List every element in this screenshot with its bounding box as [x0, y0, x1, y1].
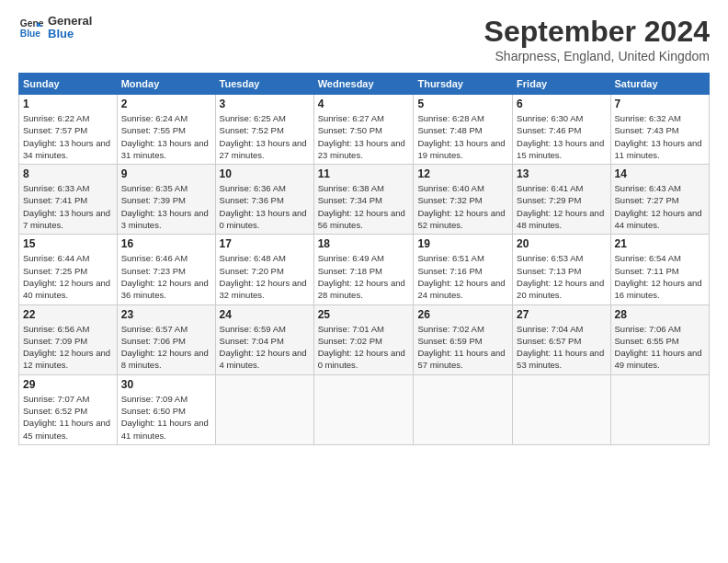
day-info: Sunrise: 6:30 AM Sunset: 7:46 PM Dayligh…: [517, 112, 606, 161]
calendar-week-row: 15 Sunrise: 6:44 AM Sunset: 7:25 PM Dayl…: [19, 235, 710, 304]
calendar-cell: 20 Sunrise: 6:53 AM Sunset: 7:13 PM Dayl…: [513, 235, 610, 304]
day-number: 27: [517, 308, 606, 321]
day-info: Sunrise: 7:02 AM Sunset: 6:59 PM Dayligh…: [417, 323, 508, 372]
calendar-cell: [215, 374, 313, 444]
day-info: Sunrise: 6:33 AM Sunset: 7:41 PM Dayligh…: [23, 182, 113, 231]
day-number: 25: [318, 308, 410, 321]
location-subtitle: Sharpness, England, United Kingdom: [484, 49, 710, 63]
day-number: 7: [615, 98, 705, 110]
day-number: 19: [417, 237, 508, 250]
day-info: Sunrise: 6:27 AM Sunset: 7:50 PM Dayligh…: [318, 112, 410, 161]
day-number: 1: [23, 98, 113, 110]
day-info: Sunrise: 6:41 AM Sunset: 7:29 PM Dayligh…: [517, 182, 606, 231]
day-info: Sunrise: 6:59 AM Sunset: 7:04 PM Dayligh…: [220, 323, 310, 372]
day-info: Sunrise: 6:35 AM Sunset: 7:39 PM Dayligh…: [121, 182, 211, 231]
calendar-cell: 14 Sunrise: 6:43 AM Sunset: 7:27 PM Dayl…: [610, 165, 709, 235]
day-info: Sunrise: 6:53 AM Sunset: 7:13 PM Dayligh…: [517, 252, 606, 301]
day-number: 22: [23, 308, 113, 321]
calendar-cell: 16 Sunrise: 6:46 AM Sunset: 7:23 PM Dayl…: [117, 235, 215, 304]
logo-icon: General Blue: [18, 15, 44, 40]
day-number: 23: [121, 308, 211, 321]
day-info: Sunrise: 6:40 AM Sunset: 7:32 PM Dayligh…: [417, 182, 508, 231]
logo-text-blue: Blue: [48, 28, 92, 40]
day-info: Sunrise: 6:49 AM Sunset: 7:18 PM Dayligh…: [318, 252, 410, 301]
day-info: Sunrise: 6:32 AM Sunset: 7:43 PM Dayligh…: [615, 112, 705, 161]
calendar-cell: 11 Sunrise: 6:38 AM Sunset: 7:34 PM Dayl…: [313, 165, 414, 235]
calendar-cell: 15 Sunrise: 6:44 AM Sunset: 7:25 PM Dayl…: [19, 235, 118, 304]
calendar-cell: 10 Sunrise: 6:36 AM Sunset: 7:36 PM Dayl…: [215, 165, 313, 235]
day-number: 9: [121, 167, 211, 180]
day-number: 24: [220, 308, 310, 321]
calendar-cell: 19 Sunrise: 6:51 AM Sunset: 7:16 PM Dayl…: [414, 235, 513, 304]
calendar-cell: 2 Sunrise: 6:24 AM Sunset: 7:55 PM Dayli…: [117, 95, 215, 165]
day-number: 5: [417, 98, 508, 110]
calendar-day-header: Monday: [117, 74, 215, 95]
calendar-day-header: Wednesday: [313, 74, 414, 95]
calendar-cell: 25 Sunrise: 7:01 AM Sunset: 7:02 PM Dayl…: [313, 304, 414, 374]
day-info: Sunrise: 6:24 AM Sunset: 7:55 PM Dayligh…: [121, 112, 211, 161]
calendar-cell: 27 Sunrise: 7:04 AM Sunset: 6:57 PM Dayl…: [513, 304, 610, 374]
day-info: Sunrise: 6:46 AM Sunset: 7:23 PM Dayligh…: [121, 252, 211, 301]
calendar-cell: 23 Sunrise: 6:57 AM Sunset: 7:06 PM Dayl…: [117, 304, 215, 374]
calendar-header-row: SundayMondayTuesdayWednesdayThursdayFrid…: [19, 74, 710, 95]
logo: General Blue General Blue: [18, 15, 92, 41]
day-info: Sunrise: 6:43 AM Sunset: 7:27 PM Dayligh…: [615, 182, 705, 231]
day-info: Sunrise: 6:38 AM Sunset: 7:34 PM Dayligh…: [318, 182, 410, 231]
calendar-cell: 1 Sunrise: 6:22 AM Sunset: 7:57 PM Dayli…: [19, 95, 118, 165]
day-number: 6: [517, 98, 606, 110]
day-info: Sunrise: 6:56 AM Sunset: 7:09 PM Dayligh…: [23, 323, 113, 372]
day-info: Sunrise: 6:48 AM Sunset: 7:20 PM Dayligh…: [220, 252, 310, 301]
day-number: 8: [23, 167, 113, 180]
calendar-cell: 28 Sunrise: 7:06 AM Sunset: 6:55 PM Dayl…: [610, 304, 709, 374]
day-info: Sunrise: 6:54 AM Sunset: 7:11 PM Dayligh…: [615, 252, 705, 301]
calendar-week-row: 8 Sunrise: 6:33 AM Sunset: 7:41 PM Dayli…: [19, 165, 710, 235]
day-number: 28: [615, 308, 705, 321]
calendar-cell: [513, 374, 610, 444]
calendar-cell: 6 Sunrise: 6:30 AM Sunset: 7:46 PM Dayli…: [513, 95, 610, 165]
calendar-week-row: 22 Sunrise: 6:56 AM Sunset: 7:09 PM Dayl…: [19, 304, 710, 374]
day-number: 29: [23, 378, 113, 391]
calendar-day-header: Thursday: [414, 74, 513, 95]
calendar-cell: 7 Sunrise: 6:32 AM Sunset: 7:43 PM Dayli…: [610, 95, 709, 165]
day-number: 10: [220, 167, 310, 180]
calendar-cell: 13 Sunrise: 6:41 AM Sunset: 7:29 PM Dayl…: [513, 165, 610, 235]
day-info: Sunrise: 6:57 AM Sunset: 7:06 PM Dayligh…: [121, 323, 211, 372]
calendar-day-header: Friday: [513, 74, 610, 95]
calendar-cell: 21 Sunrise: 6:54 AM Sunset: 7:11 PM Dayl…: [610, 235, 709, 304]
day-number: 18: [318, 237, 410, 250]
day-number: 16: [121, 237, 211, 250]
svg-text:General: General: [20, 18, 44, 29]
calendar-cell: 12 Sunrise: 6:40 AM Sunset: 7:32 PM Dayl…: [414, 165, 513, 235]
calendar-cell: 3 Sunrise: 6:25 AM Sunset: 7:52 PM Dayli…: [215, 95, 313, 165]
calendar-cell: 5 Sunrise: 6:28 AM Sunset: 7:48 PM Dayli…: [414, 95, 513, 165]
day-number: 26: [417, 308, 508, 321]
svg-text:Blue: Blue: [20, 29, 41, 40]
day-number: 13: [517, 167, 606, 180]
calendar-cell: 22 Sunrise: 6:56 AM Sunset: 7:09 PM Dayl…: [19, 304, 118, 374]
title-block: September 2024 Sharpness, England, Unite…: [484, 15, 710, 63]
day-number: 14: [615, 167, 705, 180]
calendar-week-row: 29 Sunrise: 7:07 AM Sunset: 6:52 PM Dayl…: [19, 374, 710, 444]
day-number: 2: [121, 98, 211, 110]
day-number: 21: [615, 237, 705, 250]
day-info: Sunrise: 6:22 AM Sunset: 7:57 PM Dayligh…: [23, 112, 113, 161]
calendar-day-header: Tuesday: [215, 74, 313, 95]
calendar-cell: [610, 374, 709, 444]
calendar-cell: 9 Sunrise: 6:35 AM Sunset: 7:39 PM Dayli…: [117, 165, 215, 235]
day-info: Sunrise: 6:36 AM Sunset: 7:36 PM Dayligh…: [220, 182, 310, 231]
day-number: 15: [23, 237, 113, 250]
calendar: SundayMondayTuesdayWednesdayThursdayFrid…: [18, 73, 710, 445]
calendar-cell: 18 Sunrise: 6:49 AM Sunset: 7:18 PM Dayl…: [313, 235, 414, 304]
logo-text-general: General: [48, 15, 92, 28]
day-info: Sunrise: 6:51 AM Sunset: 7:16 PM Dayligh…: [417, 252, 508, 301]
calendar-week-row: 1 Sunrise: 6:22 AM Sunset: 7:57 PM Dayli…: [19, 95, 710, 165]
day-info: Sunrise: 7:04 AM Sunset: 6:57 PM Dayligh…: [517, 323, 606, 372]
day-info: Sunrise: 7:09 AM Sunset: 6:50 PM Dayligh…: [121, 393, 211, 442]
day-number: 17: [220, 237, 310, 250]
day-number: 3: [220, 98, 310, 110]
calendar-cell: 4 Sunrise: 6:27 AM Sunset: 7:50 PM Dayli…: [313, 95, 414, 165]
day-info: Sunrise: 6:44 AM Sunset: 7:25 PM Dayligh…: [23, 252, 113, 301]
month-title: September 2024: [484, 15, 710, 49]
calendar-cell: [414, 374, 513, 444]
calendar-cell: 30 Sunrise: 7:09 AM Sunset: 6:50 PM Dayl…: [117, 374, 215, 444]
